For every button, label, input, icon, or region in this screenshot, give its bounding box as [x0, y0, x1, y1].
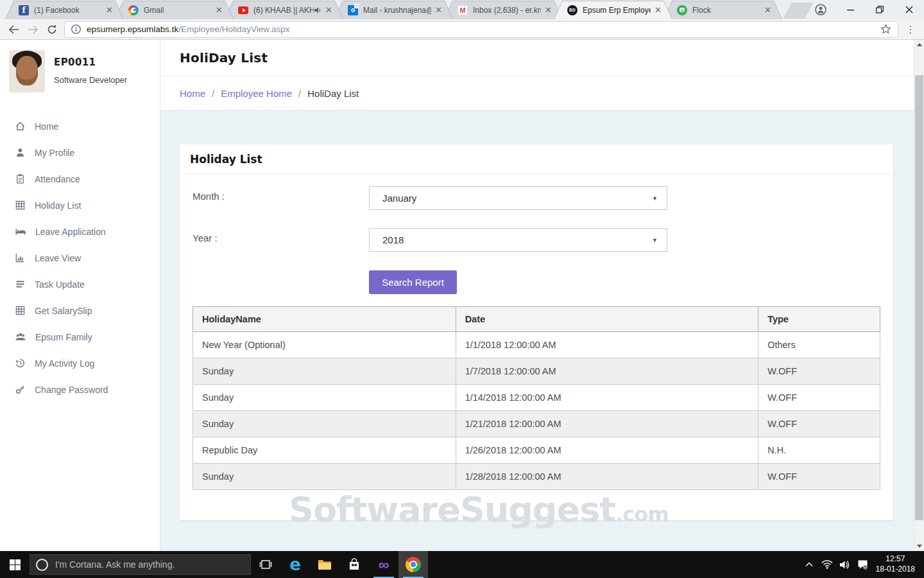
- chrome-taskbar-icon[interactable]: [398, 551, 428, 578]
- sidebar-item-task-update[interactable]: Task Update: [0, 271, 160, 297]
- breadcrumb-current: HoliDay List: [307, 88, 359, 99]
- page-info-icon[interactable]: [71, 24, 81, 34]
- search-report-button[interactable]: Search Report: [369, 270, 457, 294]
- col-holidayname: HolidayName: [193, 307, 456, 332]
- table-row: New Year (Optional) 1/1/2018 12:00:00 AM…: [193, 332, 880, 358]
- windows-taskbar: I'm Cortana. Ask me anything. e ∞ 12:57 …: [0, 551, 924, 578]
- restore-button[interactable]: [865, 0, 894, 19]
- chevron-down-icon: ▼: [652, 237, 658, 243]
- url-bar[interactable]: epsumerp.epsumlabs.tk/Employee/HolidayVi…: [64, 21, 898, 38]
- youtube-icon: [238, 5, 248, 15]
- browser-frame: f (1) Facebook ✕ Gmail ✕ (6) KHAAB || AK…: [0, 0, 924, 19]
- sidebar-item-my-profile[interactable]: My Profile: [0, 139, 160, 166]
- tab-youtube[interactable]: (6) KHAAB || AKH ✕: [225, 1, 343, 19]
- profile-avatar-icon[interactable]: [806, 0, 835, 19]
- sidebar-item-label: My Activity Log: [35, 358, 94, 369]
- close-icon[interactable]: ✕: [764, 6, 771, 14]
- sidebar-item-epsum-family[interactable]: Epsum Family: [0, 324, 160, 350]
- close-icon[interactable]: ✕: [216, 6, 223, 14]
- close-icon[interactable]: ✕: [545, 6, 552, 14]
- edge-taskbar-icon[interactable]: e: [280, 551, 310, 578]
- tab-title: (6) KHAAB || AKH: [253, 6, 314, 15]
- close-icon[interactable]: ✕: [654, 6, 662, 14]
- tab-outlook[interactable]: o Mail - krushnajena@ ✕: [334, 1, 453, 19]
- table-row: Sunday 1/14/2018 12:00:00 AM W.OFF: [193, 385, 880, 411]
- tab-flock[interactable]: Flock ✕: [663, 1, 782, 19]
- cell-type: N.H.: [758, 437, 880, 464]
- breadcrumb-home-link[interactable]: Home: [180, 88, 205, 99]
- card-header: Holiday List: [180, 144, 893, 174]
- clock-time: 12:57: [876, 554, 915, 565]
- month-select[interactable]: January ▼: [369, 186, 667, 210]
- tab-title: Flock: [692, 6, 760, 15]
- system-tray: 12:57 18-01-2018: [800, 551, 924, 578]
- tab-epsum-erp-active[interactable]: BD Epsum Erp Employee ✕: [554, 1, 672, 19]
- tab-title: Epsum Erp Employee: [583, 6, 651, 15]
- outlook-icon: o: [348, 5, 358, 15]
- flock-icon: [677, 5, 687, 15]
- clock-date: 18-01-2018: [876, 565, 915, 575]
- sidebar-item-attendance[interactable]: Attendance: [0, 166, 160, 192]
- year-label: Year :: [193, 232, 218, 243]
- sidebar-item-my-activity-log[interactable]: My Activity Log: [0, 350, 160, 376]
- cell-holidayname: Republic Day: [193, 437, 456, 464]
- bed-icon: [15, 226, 26, 237]
- taskbar-clock[interactable]: 12:57 18-01-2018: [872, 554, 920, 574]
- key-icon: [15, 384, 26, 395]
- clipboard-icon: [15, 173, 26, 184]
- close-icon[interactable]: ✕: [106, 6, 113, 14]
- scroll-up-icon[interactable]: [917, 43, 922, 46]
- sidebar-item-leave-view[interactable]: Leave View: [0, 245, 160, 271]
- epsum-erp-icon: BD: [567, 5, 578, 15]
- sidebar-item-change-password[interactable]: Change Password: [0, 376, 160, 403]
- cell-date: 1/26/2018 12:00:00 AM: [456, 437, 758, 464]
- scroll-down-icon[interactable]: [917, 545, 922, 548]
- year-select[interactable]: 2018 ▼: [369, 228, 667, 252]
- sidebar-item-home[interactable]: Home: [0, 113, 160, 139]
- sidebar-item-get-salaryslip[interactable]: Get SalarySlip: [0, 297, 160, 324]
- google-icon: [128, 5, 139, 15]
- volume-icon[interactable]: [836, 551, 854, 578]
- close-icon[interactable]: ✕: [325, 6, 332, 14]
- tray-expand-icon[interactable]: [800, 551, 818, 578]
- sidebar-item-label: Home: [35, 121, 58, 132]
- refresh-button[interactable]: [42, 21, 62, 39]
- table-header-row: HolidayName Date Type: [193, 307, 880, 332]
- bookmark-star-icon[interactable]: [880, 24, 891, 35]
- windows-store-taskbar-icon[interactable]: [339, 551, 369, 578]
- forward-button[interactable]: [23, 21, 42, 39]
- sidebar-item-holiday-list[interactable]: Holiday List: [0, 192, 160, 218]
- sidebar-item-leave-application[interactable]: Leave Application: [0, 218, 160, 245]
- action-center-icon[interactable]: [854, 551, 872, 578]
- vertical-scrollbar[interactable]: [914, 40, 924, 551]
- close-icon[interactable]: ✕: [435, 6, 442, 14]
- cortana-placeholder: I'm Cortana. Ask me anything.: [55, 559, 175, 570]
- tab-gmail-inbox[interactable]: M Inbox (2,638) - er.kru ✕: [444, 1, 563, 19]
- breadcrumb-employee-home-link[interactable]: Employee Home: [221, 88, 292, 99]
- month-label: Month :: [193, 191, 225, 202]
- sidebar-item-label: Epsum Family: [35, 332, 92, 342]
- chevron-down-icon: ▼: [652, 195, 658, 202]
- close-window-button[interactable]: [894, 0, 924, 19]
- back-button[interactable]: [4, 21, 23, 39]
- minimize-button[interactable]: [835, 0, 865, 19]
- scrollbar-thumb[interactable]: [915, 75, 923, 520]
- start-button[interactable]: [0, 551, 30, 578]
- page-viewport: EP0011 Software Developer Home My Profil…: [0, 40, 924, 551]
- user-icon: [15, 147, 26, 158]
- tab-facebook[interactable]: f (1) Facebook ✕: [5, 1, 124, 19]
- wifi-icon[interactable]: [818, 551, 836, 578]
- employee-avatar: [9, 50, 45, 92]
- sidebar-menu: Home My Profile Attendance Holiday List …: [0, 113, 160, 403]
- page-title: HoliDay List: [180, 50, 268, 66]
- employee-id: EP0011: [54, 57, 127, 68]
- table-row: Republic Day 1/26/2018 12:00:00 AM N.H.: [193, 437, 880, 464]
- cortana-search-box[interactable]: I'm Cortana. Ask me anything.: [30, 554, 251, 575]
- task-view-button[interactable]: [251, 551, 280, 578]
- cell-date: 1/14/2018 12:00:00 AM: [456, 385, 758, 411]
- tab-gmail[interactable]: Gmail ✕: [115, 1, 234, 19]
- cell-date: 1/21/2018 12:00:00 AM: [456, 411, 758, 437]
- visual-studio-taskbar-icon[interactable]: ∞: [369, 551, 398, 578]
- file-explorer-taskbar-icon[interactable]: [310, 551, 339, 578]
- browser-menu-icon[interactable]: ⋮: [902, 24, 919, 35]
